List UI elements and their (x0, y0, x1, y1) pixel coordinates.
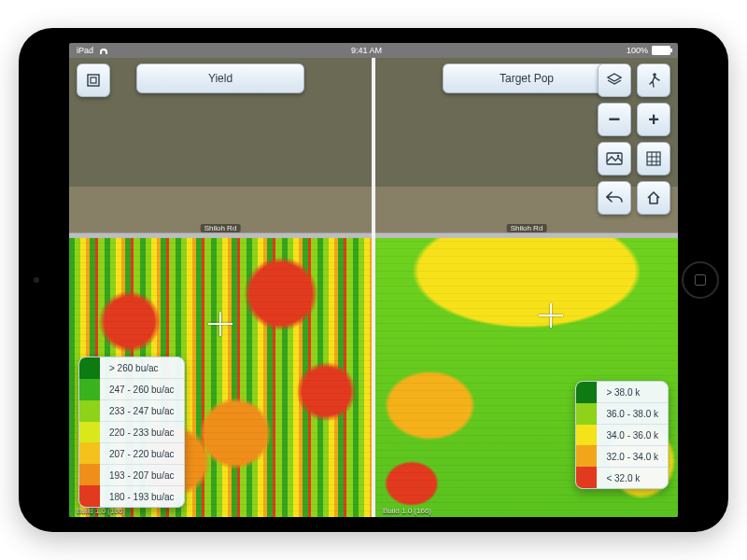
road-label-left: Shiloh Rd (201, 224, 241, 232)
legend-row[interactable]: 36.0 - 38.0 k (597, 402, 668, 424)
status-time: 9:41 AM (351, 46, 382, 55)
zoom-in-button[interactable]: + (637, 103, 670, 136)
build-label-left: Build 1.0 (166) (77, 507, 125, 515)
legend-row[interactable]: 193 - 207 bu/ac (100, 464, 184, 485)
battery-icon (652, 46, 670, 55)
camera-dot (34, 277, 39, 283)
legend-yield[interactable]: > 260 bu/ac247 - 260 bu/ac233 - 247 bu/a… (78, 357, 185, 508)
layers-button[interactable] (598, 63, 631, 97)
zoom-out-button[interactable]: − (598, 103, 631, 136)
svg-point-2 (653, 73, 656, 77)
back-button[interactable] (598, 181, 631, 215)
battery-pct: 100% (627, 46, 648, 55)
legend-row[interactable]: 207 - 220 bu/ac (100, 442, 184, 464)
legend-row[interactable]: 247 - 260 bu/ac (100, 378, 184, 399)
grid-button[interactable] (637, 142, 670, 175)
build-label-right: Build 1.0 (166) (383, 507, 431, 515)
svg-rect-5 (647, 152, 660, 165)
left-pane: Shiloh Rd Yield > 260 bu/ac247 - 260 bu/… (69, 58, 372, 517)
screen: iPad 9:41 AM 100% Shiloh Rd (69, 43, 678, 517)
legend-row[interactable]: 34.0 - 36.0 k (597, 424, 668, 445)
home-button[interactable] (637, 181, 670, 215)
legend-row[interactable]: 220 - 233 bu/ac (100, 421, 184, 442)
wifi-icon (97, 47, 106, 54)
tool-grid: − + (598, 63, 670, 215)
mode-select-yield[interactable]: Yield (136, 63, 304, 93)
legend-row[interactable]: < 32.0 k (597, 467, 668, 488)
legend-row[interactable]: 180 - 193 bu/ac (100, 485, 184, 507)
legend-pop-rows: > 38.0 k36.0 - 38.0 k34.0 - 36.0 k32.0 -… (597, 382, 668, 488)
home-button-hardware[interactable] (682, 261, 719, 299)
legend-yield-rows: > 260 bu/ac247 - 260 bu/ac233 - 247 bu/a… (100, 357, 184, 507)
legend-row[interactable]: > 260 bu/ac (100, 357, 184, 378)
road-label-right: Shiloh Rd (507, 224, 547, 232)
device-label: iPad (77, 46, 93, 55)
right-pane: Shiloh Rd Target Pop − + (372, 58, 678, 517)
tablet-frame: iPad 9:41 AM 100% Shiloh Rd (19, 28, 728, 532)
legend-row[interactable]: > 38.0 k (597, 382, 668, 402)
walk-button[interactable] (637, 63, 670, 97)
legend-row[interactable]: 233 - 247 bu/ac (100, 399, 184, 421)
photo-button[interactable] (598, 142, 631, 175)
legend-row[interactable]: 32.0 - 34.0 k (597, 445, 668, 467)
legend-yield-swatches (79, 357, 100, 507)
mode-select-target-pop[interactable]: Target Pop (443, 63, 611, 93)
status-bar: iPad 9:41 AM 100% (69, 43, 678, 58)
legend-target-pop[interactable]: > 38.0 k36.0 - 38.0 k34.0 - 36.0 k32.0 -… (575, 381, 669, 489)
legend-pop-swatches (576, 382, 597, 488)
svg-point-4 (617, 155, 619, 157)
